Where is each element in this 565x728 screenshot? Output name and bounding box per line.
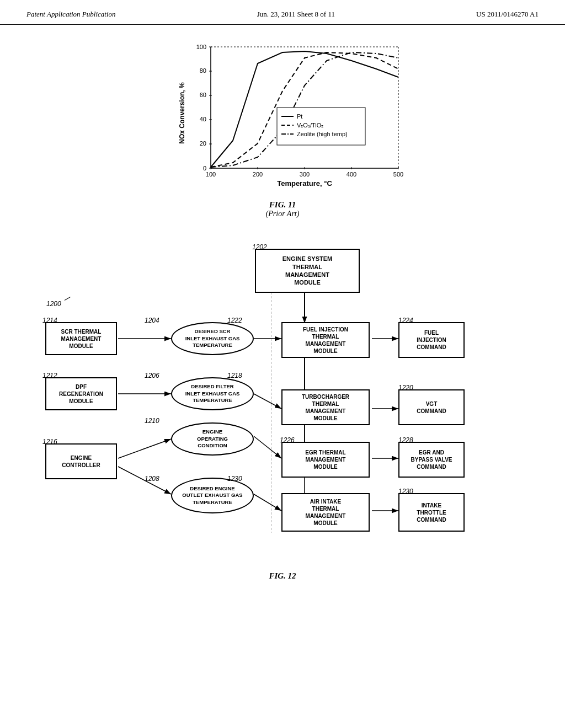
svg-text:V₂O₅/TiO₂: V₂O₅/TiO₂	[297, 122, 323, 129]
engine-system-module: ENGINE SYSTEM THERMAL MANAGEMENT MODULE	[255, 249, 360, 293]
ref-1216: 1216	[42, 438, 57, 446]
svg-text:80: 80	[200, 67, 206, 74]
ref-1222: 1222	[227, 317, 242, 324]
svg-text:Zeolite (high temp): Zeolite (high temp)	[297, 131, 348, 137]
turbocharger-thermal-module: TURBOCHARGER THERMAL MANAGEMENT MODULE	[281, 389, 370, 425]
svg-text:Temperature, °C: Temperature, °C	[277, 179, 332, 188]
chart-container: 0 20 40 60 80 100 100 200 300	[178, 41, 409, 196]
chart-section: 0 20 40 60 80 100 100 200 300	[0, 25, 565, 218]
engine-controller: ENGINE CONTROLLER	[45, 443, 117, 479]
ref-1204: 1204	[145, 317, 159, 324]
air-intake-thermal-module: AIR INTAKE THERMAL MANAGEMENT MODULE	[281, 493, 370, 532]
ref-1218: 1218	[227, 372, 242, 379]
header-right: US 2011/0146270 A1	[476, 10, 539, 19]
desired-outlet-temp: DESIRED ENGINE OUTLET EXHAUST GAS TEMPER…	[171, 478, 254, 513]
ref-1202: 1202	[252, 243, 267, 251]
header-center: Jun. 23, 2011 Sheet 8 of 11	[257, 10, 335, 19]
svg-text:NOx Conversion, %: NOx Conversion, %	[178, 82, 186, 144]
scr-thermal-module: SCR THERMAL MANAGEMENT MODULE	[45, 322, 117, 355]
svg-text:60: 60	[200, 92, 206, 98]
chart-svg: 0 20 40 60 80 100 100 200 300	[178, 41, 409, 196]
svg-text:20: 20	[200, 140, 206, 147]
ref-1206: 1206	[145, 372, 159, 379]
svg-text:100: 100	[196, 44, 206, 50]
svg-line-50	[254, 494, 281, 511]
ref-1230b: 1230	[398, 488, 413, 495]
ref-1208: 1208	[145, 475, 159, 483]
svg-text:100: 100	[206, 171, 216, 178]
svg-line-45	[118, 439, 171, 458]
header-left: Patent Application Publication	[26, 10, 116, 19]
ref-1224: 1224	[398, 317, 413, 324]
fig11-label: FIG. 11	[266, 200, 300, 210]
ref-1228: 1228	[398, 436, 413, 444]
ref-1220: 1220	[398, 384, 413, 392]
fig12-caption: FIG. 12	[22, 571, 543, 581]
ref-1212: 1212	[42, 372, 57, 379]
dpf-regen-module: DPF REGENERATION MODULE	[45, 377, 117, 410]
engine-operating-condition: ENGINE OPERATING CONDITION	[171, 422, 254, 456]
ref-1230a: 1230	[227, 475, 242, 483]
ref-1226: 1226	[280, 436, 295, 444]
intake-throttle-command: INTAKE THROTTLE COMMAND	[398, 493, 465, 532]
chart-caption: FIG. 11 (Prior Art)	[266, 200, 300, 218]
svg-text:400: 400	[347, 171, 356, 178]
page-header: Patent Application Publication Jun. 23, …	[0, 0, 565, 25]
egr-bypass-command: EGR AND BYPASS VALVE COMMAND	[398, 442, 465, 478]
fig12-label: FIG. 12	[269, 571, 296, 580]
desired-scr-temp: DESIRED SCR INLET EXHAUST GAS TEMPERATUR…	[171, 322, 254, 355]
svg-line-48	[254, 394, 281, 409]
diagram-section: 1200 ENGINE SYSTEM THERMAL MANAGEMENT MO…	[0, 229, 565, 592]
svg-text:500: 500	[393, 171, 403, 178]
fuel-injection-command: FUEL INJECTION COMMAND	[398, 322, 465, 358]
egr-thermal-module: EGR THERMAL MANAGEMENT MODULE	[281, 442, 370, 478]
vgt-command: VGT COMMAND	[398, 389, 465, 425]
svg-text:200: 200	[253, 171, 263, 178]
ref-1214: 1214	[42, 317, 57, 324]
prior-art-label: (Prior Art)	[266, 210, 300, 218]
fuel-injection-thermal-module: FUEL INJECTION THERMAL MANAGEMENT MODULE	[281, 322, 370, 358]
svg-text:Pt: Pt	[297, 113, 302, 120]
ref-1200: 1200	[46, 300, 61, 308]
svg-text:40: 40	[200, 116, 206, 122]
svg-text:300: 300	[300, 171, 310, 178]
svg-line-49	[254, 436, 281, 458]
ref-1210: 1210	[145, 417, 159, 425]
desired-filter-temp: DESIRED FILTER INLET EXHAUST GAS TEMPERA…	[171, 377, 254, 410]
